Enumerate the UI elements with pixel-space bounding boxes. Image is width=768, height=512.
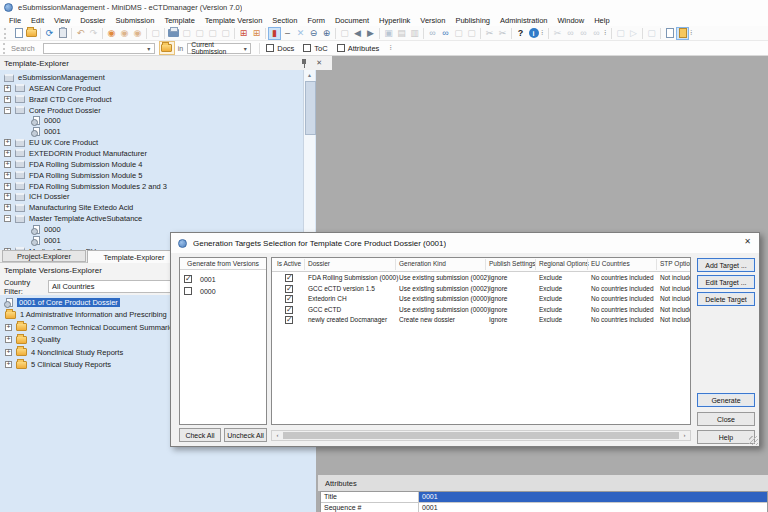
- paste-icon[interactable]: [56, 27, 69, 40]
- menu-document[interactable]: Document: [330, 16, 374, 25]
- toolbar-grip[interactable]: [3, 43, 8, 54]
- print-preview-icon[interactable]: ▢: [180, 27, 193, 40]
- version-row-0000[interactable]: 0000: [184, 286, 216, 296]
- toolbar-overflow[interactable]: [603, 27, 609, 40]
- checkbox-toc[interactable]: ToC: [303, 44, 327, 53]
- scroll-up-icon[interactable]: [304, 70, 315, 80]
- expand-icon[interactable]: +: [4, 96, 11, 103]
- is-active-checkbox[interactable]: [285, 274, 293, 282]
- tab-project-explorer[interactable]: Project-Explorer: [2, 250, 86, 262]
- scrollbar-thumb[interactable]: [283, 432, 679, 439]
- column-header-dossier[interactable]: Dossier: [308, 260, 330, 267]
- menu-submission[interactable]: Submission: [111, 16, 160, 25]
- is-active-checkbox[interactable]: [285, 316, 293, 324]
- chevron-down-icon[interactable]: [241, 44, 249, 53]
- table-row-gcc-ectd[interactable]: GCC eCTDUse existing submission (0000)Ig…: [272, 305, 690, 315]
- separator-line-icon[interactable]: –: [281, 27, 294, 40]
- menu-administration[interactable]: Administration: [495, 16, 553, 25]
- menu-edit[interactable]: Edit: [26, 16, 49, 25]
- attribute-value[interactable]: 0001: [419, 492, 767, 502]
- print-icon[interactable]: [167, 27, 180, 40]
- window-layout-2-icon[interactable]: ▤: [395, 27, 408, 40]
- send-icon[interactable]: ▢: [219, 27, 232, 40]
- column-separator[interactable]: [656, 259, 657, 270]
- toolbar-overflow[interactable]: [388, 42, 394, 55]
- column-separator[interactable]: [304, 259, 305, 270]
- table-row-gcc-ectd-version-1-5[interactable]: GCC eCTD version 1.5Use existing submiss…: [272, 284, 690, 294]
- doc-action-2-icon[interactable]: ▷: [627, 27, 640, 40]
- menu-form[interactable]: Form: [302, 16, 330, 25]
- tree-item-extedorin-product-manufacturer[interactable]: +EXTEDORIN Product Manufacturer: [0, 148, 316, 159]
- search-location-button[interactable]: [159, 41, 175, 55]
- doc-action-1-icon[interactable]: ▢: [614, 27, 627, 40]
- version-row-0001[interactable]: 0001: [184, 274, 216, 284]
- tree-item-fda-rolling-submission-modules-2-and-3[interactable]: +FDA Rolling Submission Modules 2 and 3: [0, 181, 316, 192]
- expand-icon[interactable]: +: [4, 150, 11, 157]
- is-active-checkbox[interactable]: [285, 295, 293, 303]
- expand-icon[interactable]: +: [4, 193, 11, 200]
- window-layout-3-icon[interactable]: ▥: [408, 27, 421, 40]
- tree-item-brazil-ctd-core-product[interactable]: +Brazil CTD Core Product: [0, 94, 316, 105]
- view-record-icon[interactable]: ◉: [105, 27, 118, 40]
- delete-target-button[interactable]: Delete Target: [697, 292, 755, 306]
- link-document-icon[interactable]: ▢: [465, 27, 478, 40]
- unlink-icon[interactable]: ▢: [452, 27, 465, 40]
- help-icon[interactable]: [527, 27, 540, 40]
- column-header-stp-options[interactable]: STP Options: [660, 260, 691, 267]
- tree-item-asean-core-product[interactable]: +ASEAN Core Product: [0, 83, 316, 94]
- zoom-in-icon[interactable]: ⊕: [320, 27, 333, 40]
- is-active-checkbox[interactable]: [285, 306, 293, 314]
- check-all-button[interactable]: Check All: [179, 428, 221, 442]
- table-row-extedorin-ch[interactable]: Extedorin CHUse existing submission (000…: [272, 294, 690, 304]
- expand-icon[interactable]: +: [5, 361, 12, 368]
- attribute-row-title[interactable]: Title0001: [321, 492, 767, 503]
- mail-icon[interactable]: ▢: [206, 27, 219, 40]
- expand-icon[interactable]: +: [4, 161, 11, 168]
- redo-icon[interactable]: ↷: [87, 27, 100, 40]
- table-horizontal-scrollbar[interactable]: [271, 430, 691, 441]
- uncheck-all-button[interactable]: Uncheck All: [224, 428, 267, 442]
- tree-item-0001[interactable]: 0001: [0, 126, 316, 137]
- expand-icon[interactable]: +: [5, 324, 12, 331]
- cut-2-icon[interactable]: ✂: [496, 27, 509, 40]
- tree-scrollbar[interactable]: [303, 70, 315, 250]
- nav-forward-icon[interactable]: ▶: [364, 27, 377, 40]
- expand-icon[interactable]: +: [4, 139, 11, 146]
- view-record-2-icon[interactable]: ◉: [118, 27, 131, 40]
- checkbox-box[interactable]: [337, 44, 345, 52]
- menu-template[interactable]: Template: [159, 16, 199, 25]
- column-header-publish-settings[interactable]: Publish Settings: [489, 260, 536, 267]
- tree-item-manufacturing-site-extedo-acid[interactable]: +Manufacturing Site Extedo Acid: [0, 202, 316, 213]
- checkbox-docs[interactable]: Docs: [266, 44, 294, 53]
- refresh-icon[interactable]: ⟳: [43, 27, 56, 40]
- hyperlink-icon[interactable]: ∞: [439, 27, 452, 40]
- menu-view[interactable]: View: [49, 16, 75, 25]
- collapse-icon[interactable]: −: [4, 215, 11, 222]
- doc-action-3-icon[interactable]: ▢: [645, 27, 658, 40]
- window-layout-icon[interactable]: ▣: [382, 27, 395, 40]
- table-row-fda-rolling-submission-0000[interactable]: FDA Rolling Submission (0000)Use existin…: [272, 273, 690, 283]
- menu-file[interactable]: File: [4, 16, 26, 25]
- checkbox-box[interactable]: [266, 44, 274, 52]
- toolbar-overflow[interactable]: [540, 27, 546, 40]
- menu-section[interactable]: Section: [267, 16, 302, 25]
- tools-2-icon[interactable]: ∞: [564, 27, 577, 40]
- pin-icon[interactable]: [300, 58, 308, 68]
- tools-3-icon[interactable]: ∞: [577, 27, 590, 40]
- attribute-row-sequence[interactable]: Sequence #0001: [321, 503, 767, 512]
- tree-item-master-template-activesubatance[interactable]: −Master Template ActiveSubatance: [0, 213, 316, 224]
- undo-icon[interactable]: ↶: [74, 27, 87, 40]
- scrollbar-thumb[interactable]: [305, 81, 316, 135]
- open-folder-icon[interactable]: [25, 27, 38, 40]
- checkbox-attributes[interactable]: Attributes: [337, 44, 380, 53]
- column-header-eu-countries[interactable]: EU Countries: [591, 260, 630, 267]
- version-checkbox[interactable]: [184, 275, 192, 283]
- tools-1-icon[interactable]: ✂: [551, 27, 564, 40]
- expand-icon[interactable]: +: [4, 85, 11, 92]
- menu-window[interactable]: Window: [553, 16, 590, 25]
- menu-hyperlink[interactable]: Hyperlink: [374, 16, 415, 25]
- expand-icon[interactable]: +: [5, 349, 12, 356]
- generate-button[interactable]: Generate: [697, 393, 755, 407]
- search-scope-select[interactable]: Current Submission: [187, 43, 251, 54]
- expand-icon[interactable]: +: [5, 336, 12, 343]
